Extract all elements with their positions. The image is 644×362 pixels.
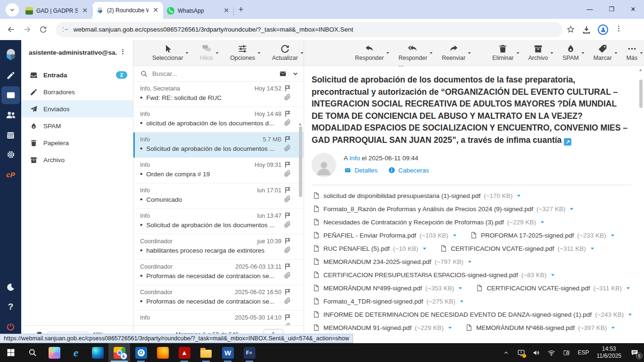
- folder-item[interactable]: SPAM: [21, 117, 133, 134]
- attachment-item[interactable]: INFORME DE DETERMINACION DE NECESIDAD EV…: [313, 310, 633, 319]
- message-row[interactable]: Coordinador 2025-06-02 16:50 • Proformas…: [133, 285, 304, 311]
- attachment-item[interactable]: MEMORÁNDUM Nº499-signed.pdf (~353 KB): [313, 284, 463, 292]
- new-tab-button[interactable]: +: [236, 5, 246, 15]
- attachment-menu-caret-icon[interactable]: [589, 246, 595, 252]
- details-toggle[interactable]: Detalles: [344, 167, 378, 174]
- dropdown-caret-icon[interactable]: [385, 50, 390, 56]
- message-row[interactable]: Coordinador jue 10:39 • habilitantes pro…: [133, 234, 304, 260]
- attachment-menu-caret-icon[interactable]: [627, 312, 633, 318]
- attachment-item[interactable]: CERTIFICACION VCATE-signed.pdf (~311 KB): [476, 284, 631, 292]
- attachment-item[interactable]: MEMORANDUM 234-2025-signed.pdf (~797 KB): [313, 257, 473, 266]
- minimize-button[interactable]: —: [579, 0, 601, 18]
- message-row[interactable]: Info 5.7 MB • Solicitud de aprobación de…: [133, 132, 304, 158]
- tab-close-icon[interactable]: ✕: [223, 7, 230, 15]
- dropdown-caret-icon[interactable]: [515, 50, 520, 56]
- headers-toggle[interactable]: Cabeceras: [388, 166, 429, 174]
- profile-icon[interactable]: [598, 25, 608, 35]
- flag-icon[interactable]: [284, 263, 291, 270]
- f-app-icon[interactable]: F≡: [239, 343, 260, 362]
- dark-mode-button[interactable]: [0, 277, 21, 297]
- attachment-name[interactable]: CERTIFICACION PRESUPUESTARIA ESPACIOS-si…: [323, 272, 518, 279]
- file-explorer-icon[interactable]: [195, 343, 217, 362]
- toolbar-button[interactable]: Actualizar: [272, 44, 298, 61]
- attachment-name[interactable]: MEMORANDUM 234-2025-signed.pdf: [323, 258, 431, 265]
- start-button[interactable]: [0, 343, 22, 362]
- toolbar-button[interactable]: Seleccionar: [152, 44, 183, 61]
- attachment-name[interactable]: Necesidades de Contratación y Recepción …: [323, 219, 504, 226]
- search-scope-icon[interactable]: [278, 70, 288, 77]
- attachment-item[interactable]: PEÑAFIEL - Enviar Proforma.pdf (~103 KB): [313, 231, 458, 239]
- flag-icon[interactable]: [284, 136, 291, 143]
- maximize-button[interactable]: ❐: [601, 0, 622, 18]
- word-icon[interactable]: W: [217, 343, 239, 362]
- flag-icon[interactable]: [284, 110, 291, 117]
- attachment-menu-caret-icon[interactable]: [516, 193, 522, 199]
- attachment-item[interactable]: MEMORANDUM 91-signed.pdf (~229 KB): [313, 323, 453, 332]
- close-button[interactable]: ✕: [622, 0, 644, 18]
- attachment-menu-caret-icon[interactable]: [610, 325, 616, 331]
- wifi-icon[interactable]: [544, 343, 559, 362]
- attachment-name[interactable]: PROFORMA 17-2025-signed.pdf: [481, 232, 574, 239]
- dropdown-caret-icon[interactable]: [639, 50, 644, 56]
- attachment-name[interactable]: CERTIFICACION VCATE-signed.pdf: [451, 245, 554, 252]
- acrobat-icon[interactable]: ▲: [173, 343, 195, 362]
- view-scrollbar[interactable]: ▲: [639, 69, 644, 338]
- attachment-item[interactable]: PROFORMA 17-2025-signed.pdf (~233 KB): [470, 231, 616, 239]
- list-scrollbar[interactable]: ▲ ▼: [299, 123, 303, 358]
- attachment-menu-caret-icon[interactable]: [569, 206, 575, 212]
- toolbar-button[interactable]: SPAM: [562, 44, 579, 61]
- toolbar-button[interactable]: Archivo: [528, 44, 548, 61]
- toolbar-button[interactable]: Responder: [355, 44, 384, 61]
- back-button[interactable]: [3, 22, 19, 38]
- toolbar-button[interactable]: Responder ...: [398, 44, 427, 68]
- flag-icon[interactable]: [284, 314, 291, 321]
- language-indicator[interactable]: ESP: [574, 349, 593, 356]
- dropdown-caret-icon[interactable]: [613, 50, 619, 56]
- message-row[interactable]: Info lun 13:47 • Solicitud de aprobación…: [133, 209, 304, 234]
- attachment-menu-caret-icon[interactable]: [459, 298, 465, 304]
- attachment-menu-caret-icon[interactable]: [610, 232, 616, 239]
- dropdown-caret-icon[interactable]: [215, 50, 220, 56]
- dropdown-caret-icon[interactable]: [580, 50, 586, 56]
- dropdown-caret-icon[interactable]: [429, 50, 434, 56]
- dropdown-caret-icon[interactable]: [184, 50, 190, 56]
- rail-mail-button[interactable]: [1, 86, 20, 104]
- flag-icon[interactable]: [284, 85, 291, 92]
- browser-menu-icon[interactable]: [615, 25, 623, 34]
- toolbar-button[interactable]: Opciones: [230, 44, 255, 61]
- message-row[interactable]: Info Hoy 14:48 • olicitud de aprobación …: [133, 107, 304, 132]
- browser-tab[interactable]: GAD | GADPR San Juan | ✕: [22, 3, 92, 19]
- rail-contacts-button[interactable]: [0, 105, 21, 125]
- internet-explorer-icon[interactable]: e: [65, 343, 87, 362]
- folder-item[interactable]: Papelera: [21, 134, 133, 151]
- flag-icon[interactable]: [284, 212, 291, 219]
- rail-calendar-button[interactable]: [0, 125, 21, 145]
- toolbar-button[interactable]: Eliminar: [492, 44, 513, 61]
- message-row[interactable]: Info, Secretaria Hoy 14:52 • Fwd: RE: so…: [133, 82, 304, 107]
- search-bar[interactable]: Buscar...: [133, 66, 304, 82]
- recipient-link[interactable]: Info: [349, 155, 360, 162]
- attachment-name[interactable]: Formato_8_Razón de Proformas y Análisis …: [323, 206, 533, 213]
- attachment-name[interactable]: RUC PENAFIEL (5).pdf: [323, 245, 390, 252]
- firefox-icon[interactable]: [152, 343, 173, 362]
- folder-item[interactable]: Archivo: [21, 151, 133, 168]
- toolbar-button[interactable]: Más: [627, 44, 638, 61]
- attachment-name[interactable]: solicitud de disponibilidad presupuestar…: [323, 192, 480, 199]
- message-row[interactable]: Coordinador 2025-06-03 13:11 • Proformas…: [133, 260, 304, 285]
- account-menu-icon[interactable]: [117, 48, 128, 57]
- rail-compose-button[interactable]: [0, 66, 21, 85]
- attachment-menu-caret-icon[interactable]: [625, 285, 631, 291]
- attachment-item[interactable]: CERTIFICACION PRESUPUESTARIA ESPACIOS-si…: [313, 271, 556, 279]
- scroll-up-icon[interactable]: ▲: [298, 122, 302, 126]
- attachment-name[interactable]: MEMORANDUM 91-signed.pdf: [323, 324, 412, 331]
- help-button[interactable]: ?: [0, 297, 21, 317]
- flag-icon[interactable]: [284, 161, 291, 168]
- attachment-name[interactable]: MEMORÁNDUM Nº499-signed.pdf: [323, 285, 422, 292]
- attachment-item[interactable]: Necesidades de Contratación y Recepción …: [313, 218, 545, 226]
- attachment-item[interactable]: CERTIFICACION VCATE-signed.pdf (~311 KB): [440, 244, 595, 253]
- attachment-name[interactable]: MEMORÁNDUM Nº468-signed.pdf: [476, 324, 575, 331]
- address-bar[interactable]: ⁚− webmail.sanjuan.gob.ec/cpsess08657265…: [56, 22, 562, 37]
- tab-search-button[interactable]: [6, 3, 19, 16]
- attachment-name[interactable]: PEÑAFIEL - Enviar Proforma.pdf: [323, 232, 416, 239]
- flag-icon[interactable]: [284, 187, 291, 194]
